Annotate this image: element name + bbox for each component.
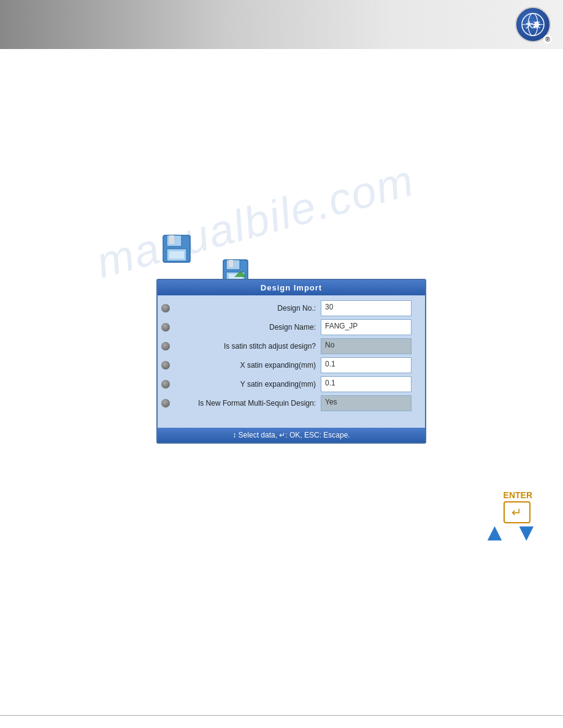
dialog-title: Design Import: [158, 280, 425, 295]
row-label-design-no: Design No.:: [161, 304, 321, 313]
header-bar: 大豪: [0, 0, 563, 49]
svg-rect-6: [169, 235, 174, 244]
nav-up-arrow[interactable]: ▲: [483, 520, 507, 544]
row-value-design-name[interactable]: FANG_JP: [321, 319, 412, 335]
save-icon-1[interactable]: [161, 233, 193, 265]
nav-arrows: ▲ ▼: [483, 520, 538, 544]
row-value-multi-sequin[interactable]: Yes: [321, 395, 412, 411]
row-label-design-name: Design Name:: [161, 323, 321, 332]
row-label-x-satin: X satin expanding(mm): [161, 361, 321, 370]
bullet-icon: [161, 342, 170, 351]
logo-icon: 大豪: [515, 7, 551, 42]
row-value-design-no[interactable]: 30: [321, 300, 412, 316]
enter-label: ENTER: [504, 490, 532, 500]
enter-arrow-icon: ↵: [511, 505, 522, 520]
table-row: Is New Format Multi-Sequin Design: Yes: [161, 395, 421, 411]
row-value-x-satin[interactable]: 0.1: [321, 357, 412, 373]
dialog-body: Design No.: 30 Design Name: FANG_JP Is s…: [158, 295, 425, 428]
design-import-dialog: Design Import Design No.: 30 Design Name…: [156, 279, 426, 444]
table-row: X satin expanding(mm) 0.1: [161, 357, 421, 373]
table-row: Design Name: FANG_JP: [161, 319, 421, 335]
row-value-y-satin[interactable]: 0.1: [321, 376, 412, 392]
row-label-satin-stitch: Is satin stitch adjust design?: [161, 342, 321, 351]
bullet-icon: [161, 323, 170, 332]
dialog-footer: ↕ Select data, ↵: OK, ESC: Escape.: [158, 428, 425, 442]
svg-rect-11: [229, 260, 233, 267]
svg-rect-8: [169, 251, 184, 259]
bullet-icon: [161, 304, 170, 313]
table-row: Design No.: 30: [161, 300, 421, 316]
bullet-icon: [161, 361, 170, 370]
svg-text:大豪: 大豪: [525, 21, 541, 29]
bottom-divider: [0, 715, 563, 716]
watermark-text: manualbile.com: [91, 155, 419, 288]
bullet-icon: [161, 399, 170, 408]
row-value-satin-stitch[interactable]: No: [321, 338, 412, 354]
table-row: Is satin stitch adjust design? No: [161, 338, 421, 354]
bullet-icon: [161, 380, 170, 389]
nav-down-arrow[interactable]: ▼: [514, 520, 538, 544]
row-label-multi-sequin: Is New Format Multi-Sequin Design:: [161, 399, 321, 408]
row-label-y-satin: Y satin expanding(mm): [161, 380, 321, 389]
table-row: Y satin expanding(mm) 0.1: [161, 376, 421, 392]
